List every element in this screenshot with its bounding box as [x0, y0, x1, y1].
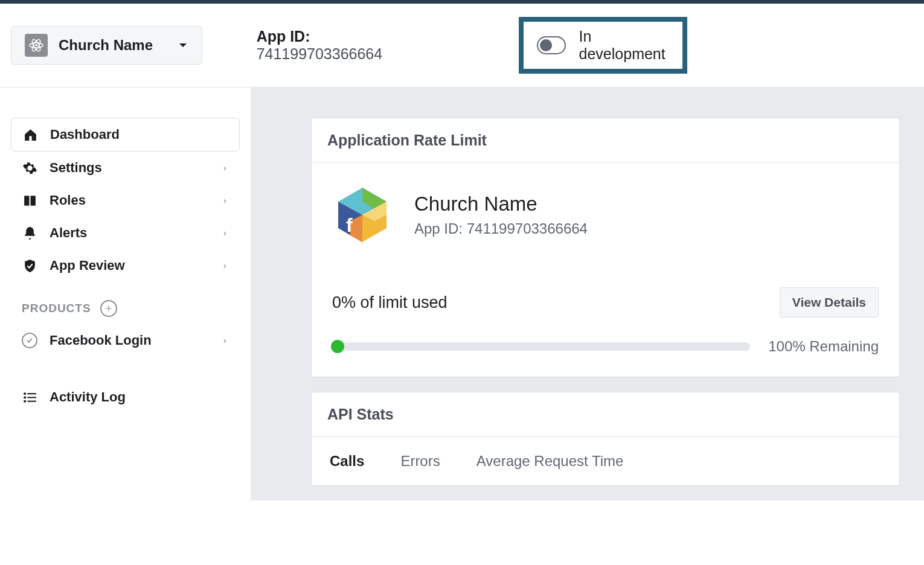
sidebar: Dashboard Settings Roles Alerts App Revi…: [0, 88, 251, 500]
add-product-button[interactable]: [100, 300, 117, 317]
check-circle-icon: [22, 333, 37, 348]
chevron-right-icon: [222, 160, 229, 176]
nav-label: Settings: [50, 160, 210, 176]
svg-point-3: [35, 44, 37, 46]
dev-status-box: In development: [519, 17, 687, 74]
nav-label: Facebook Login: [50, 333, 210, 348]
nav-settings[interactable]: Settings: [11, 152, 240, 184]
svg-rect-11: [27, 400, 36, 401]
svg-point-10: [24, 400, 26, 402]
remaining-text: 100% Remaining: [768, 338, 879, 355]
roles-icon: [22, 193, 37, 208]
app-selector-name: Church Name: [59, 37, 167, 54]
app-id-value: 741199703366664: [257, 45, 383, 62]
products-label: PRODUCTS: [22, 302, 91, 315]
nav-dashboard[interactable]: Dashboard: [11, 118, 240, 152]
shield-check-icon: [22, 258, 37, 273]
gear-icon: [22, 161, 37, 176]
chevron-right-icon: [222, 225, 229, 241]
products-section-header: PRODUCTS: [11, 282, 240, 324]
limit-used-text: 0% of limit used: [332, 293, 448, 312]
api-stats-card: API Stats Calls Errors Average Request T…: [311, 392, 900, 486]
progress-indicator: [331, 340, 344, 353]
rate-limit-progress: [332, 342, 750, 351]
app-selector-dropdown[interactable]: Church Name: [11, 26, 202, 65]
view-details-button[interactable]: View Details: [780, 287, 879, 318]
list-icon: [22, 390, 37, 405]
app-id-label: App ID:: [257, 28, 310, 45]
api-stats-title: API Stats: [312, 392, 899, 437]
chevron-right-icon: [222, 333, 229, 348]
app-cube-icon: f: [332, 185, 393, 245]
caret-down-icon: [178, 40, 188, 51]
atom-icon: [25, 34, 48, 57]
chevron-right-icon: [222, 193, 229, 208]
nav-alerts[interactable]: Alerts: [11, 217, 240, 249]
svg-rect-5: [30, 196, 35, 206]
rate-limit-title: Application Rate Limit: [312, 118, 899, 163]
dev-status-text: In development: [579, 28, 669, 63]
nav-label: App Review: [50, 258, 210, 273]
bell-icon: [22, 226, 37, 241]
nav-label: Dashboard: [50, 127, 228, 142]
tab-avg-request-time[interactable]: Average Request Time: [476, 453, 624, 470]
app-id-display: App ID: 741199703366664: [257, 28, 410, 63]
svg-text:f: f: [346, 214, 353, 236]
svg-point-6: [24, 392, 26, 395]
svg-rect-7: [27, 393, 36, 394]
rate-limit-card: Application Rate Limit f: [311, 118, 900, 377]
dev-mode-toggle[interactable]: [537, 36, 566, 54]
main-content: Application Rate Limit f: [251, 88, 924, 500]
nav-facebook-login[interactable]: Facebook Login: [11, 324, 240, 357]
svg-point-8: [24, 396, 26, 398]
home-icon: [22, 127, 38, 142]
svg-rect-4: [24, 196, 29, 206]
svg-rect-9: [27, 397, 36, 398]
nav-label: Activity Log: [50, 389, 229, 405]
header-bar: Church Name App ID: 741199703366664 In d…: [0, 4, 924, 88]
tab-calls[interactable]: Calls: [330, 453, 364, 470]
nav-app-review[interactable]: App Review: [11, 249, 240, 282]
app-id-sub: App ID: 741199703366664: [414, 220, 588, 237]
chevron-right-icon: [222, 258, 229, 273]
app-name: Church Name: [414, 193, 588, 215]
nav-roles[interactable]: Roles: [11, 184, 240, 217]
nav-label: Roles: [50, 193, 210, 208]
nav-activity-log[interactable]: Activity Log: [11, 381, 240, 413]
nav-label: Alerts: [50, 225, 210, 241]
tab-errors[interactable]: Errors: [400, 453, 440, 470]
